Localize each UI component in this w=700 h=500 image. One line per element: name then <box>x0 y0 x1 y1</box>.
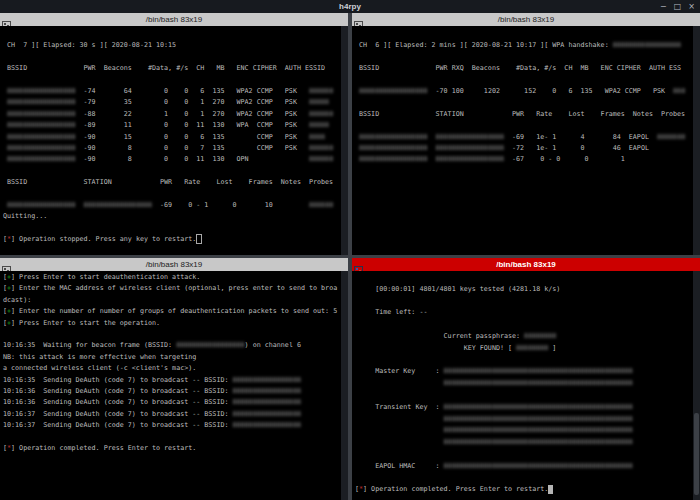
terminal-cursor <box>548 485 553 494</box>
window-title: h4rpy <box>339 2 361 11</box>
close-button[interactable]: × <box>688 0 695 13</box>
pane-title: /bin/bash 83x19 <box>0 15 348 24</box>
terminal-pane-aireplay-deauth[interactable]: /bin/bash 83x19 [+] Press Enter to start… <box>0 258 348 500</box>
scrollbar[interactable] <box>693 26 700 255</box>
scrollbar[interactable] <box>341 26 348 255</box>
terminal-pane-airodump-handshake[interactable]: /bin/bash 83x19 CH 6 ][ Elapsed: 2 mins … <box>352 13 700 255</box>
pane-titlebar[interactable]: /bin/bash 83x19 <box>0 258 348 271</box>
pane-titlebar[interactable]: /bin/bash 83x19 <box>352 13 700 26</box>
maximize-button[interactable]: □ <box>674 0 682 13</box>
window-controls: − □ × <box>660 0 695 13</box>
terminal-output[interactable]: CH 6 ][ Elapsed: 2 mins ][ 2020-08-21 10… <box>352 26 693 255</box>
pane-titlebar[interactable]: /bin/bash 83x19 <box>0 13 348 26</box>
terminal-output[interactable]: [00:00:01] 4801/4801 keys tested (4281.1… <box>352 271 693 500</box>
terminal-pane-aircrack-key[interactable]: /bin/bash 83x19 [00:00:01] 4801/4801 key… <box>352 258 700 500</box>
minimize-button[interactable]: − <box>660 0 667 13</box>
window-titlebar[interactable]: h4rpy − □ × <box>0 0 700 13</box>
pane-titlebar[interactable]: /bin/bash 83x19 <box>352 258 700 271</box>
terminal-output[interactable]: CH 7 ][ Elapsed: 30 s ][ 2020-08-21 10:1… <box>0 26 341 255</box>
scrollbar[interactable] <box>693 271 700 500</box>
pane-title: /bin/bash 83x19 <box>0 260 348 269</box>
h4rpy-window: h4rpy − □ × /bin/bash 83x19 CH 7 ][ Elap… <box>0 0 700 500</box>
scrollbar[interactable] <box>341 271 348 500</box>
scrollbar-thumb[interactable] <box>694 413 699 495</box>
terminal-pane-airodump-scan[interactable]: /bin/bash 83x19 CH 7 ][ Elapsed: 30 s ][… <box>0 13 348 255</box>
pane-title: /bin/bash 83x19 <box>352 260 700 269</box>
terminal-output[interactable]: [+] Press Enter to start deauthenticatio… <box>0 271 341 500</box>
pane-title: /bin/bash 83x19 <box>352 15 700 24</box>
terminal-cursor <box>196 234 202 244</box>
